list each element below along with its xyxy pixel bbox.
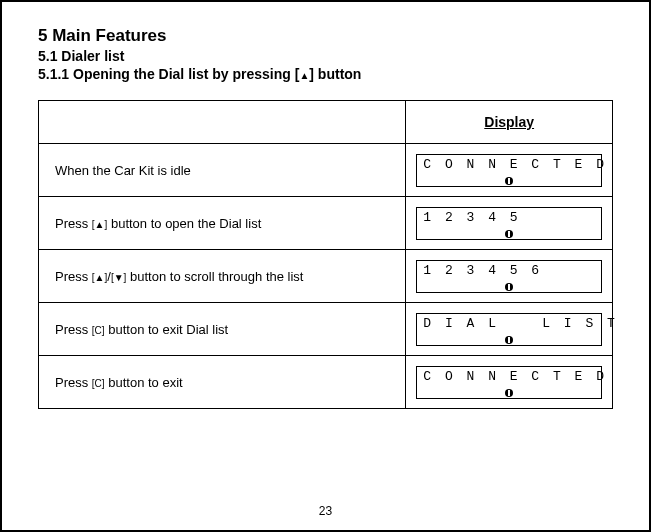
row-description: Press [C] button to exit Dial list: [39, 322, 405, 337]
text: button to exit: [105, 375, 183, 390]
row-display-cell: 1 2 3 4 5 6: [406, 250, 613, 303]
text: Press: [55, 269, 92, 284]
text: Press: [55, 375, 92, 390]
lcd-screen: 1 2 3 4 5 6: [416, 260, 602, 293]
lcd-text: C O N N E C T E D: [423, 370, 595, 384]
lcd-screen: C O N N E C T E D: [416, 366, 602, 399]
key-icon: [▼]: [111, 272, 126, 283]
key-icon: [▲]: [92, 272, 107, 283]
row-display-cell: 1 2 3 4 5: [406, 197, 613, 250]
lcd-text: 1 2 3 4 5 6: [423, 264, 595, 278]
text: button to scroll through the list: [126, 269, 303, 284]
up-key-icon: ▲: [299, 70, 309, 81]
table-header-row: Display: [39, 101, 613, 144]
row-description: Press [C] button to exit: [39, 375, 405, 390]
lcd-status-line: [423, 278, 595, 290]
row-description-cell: Press [C] button to exit: [39, 356, 406, 409]
key-icon: [▲]: [92, 219, 107, 230]
heading-3-post: ] button: [309, 66, 361, 82]
table-row: Press [C] button to exitC O N N E C T E …: [39, 356, 613, 409]
heading-1: 5 Main Features: [38, 26, 613, 46]
lcd-screen: 1 2 3 4 5: [416, 207, 602, 240]
heading-3: 5.1.1 Opening the Dial list by pressing …: [38, 66, 613, 82]
row-display-cell: C O N N E C T E D: [406, 144, 613, 197]
lcd-text: 1 2 3 4 5: [423, 211, 595, 225]
row-description-cell: Press [▲]/[▼] button to scroll through t…: [39, 250, 406, 303]
bluetooth-icon: [505, 177, 513, 185]
lcd-text: D I A L L I S T: [423, 317, 595, 331]
key-icon: [C]: [92, 325, 105, 336]
lcd-text: C O N N E C T E D: [423, 158, 595, 172]
dial-list-table: Display When the Car Kit is idleC O N N …: [38, 100, 613, 409]
header-empty: [39, 101, 406, 144]
row-description-cell: Press [C] button to exit Dial list: [39, 303, 406, 356]
table-row: When the Car Kit is idleC O N N E C T E …: [39, 144, 613, 197]
page: 5 Main Features 5.1 Dialer list 5.1.1 Op…: [0, 0, 651, 532]
lcd-status-line: [423, 384, 595, 396]
key-icon: [C]: [92, 378, 105, 389]
text: Press: [55, 216, 92, 231]
row-description: When the Car Kit is idle: [39, 163, 405, 178]
page-number: 23: [2, 504, 649, 518]
bluetooth-icon: [505, 389, 513, 397]
text: When the Car Kit is idle: [55, 163, 191, 178]
table-row: Press [▲] button to open the Dial list1 …: [39, 197, 613, 250]
table-row: Press [▲]/[▼] button to scroll through t…: [39, 250, 613, 303]
bluetooth-icon: [505, 336, 513, 344]
text: button to exit Dial list: [105, 322, 229, 337]
row-display-cell: D I A L L I S T: [406, 303, 613, 356]
heading-3-pre: 5.1.1 Opening the Dial list by pressing …: [38, 66, 299, 82]
header-display: Display: [406, 101, 613, 144]
lcd-status-line: [423, 172, 595, 184]
lcd-screen: D I A L L I S T: [416, 313, 602, 346]
row-description: Press [▲] button to open the Dial list: [39, 216, 405, 231]
text: button to open the Dial list: [107, 216, 261, 231]
text: Press: [55, 322, 92, 337]
lcd-status-line: [423, 331, 595, 343]
lcd-status-line: [423, 225, 595, 237]
heading-2: 5.1 Dialer list: [38, 48, 613, 64]
row-description: Press [▲]/[▼] button to scroll through t…: [39, 269, 405, 284]
table-row: Press [C] button to exit Dial listD I A …: [39, 303, 613, 356]
row-description-cell: When the Car Kit is idle: [39, 144, 406, 197]
header-display-label: Display: [484, 114, 534, 130]
row-display-cell: C O N N E C T E D: [406, 356, 613, 409]
bluetooth-icon: [505, 230, 513, 238]
row-description-cell: Press [▲] button to open the Dial list: [39, 197, 406, 250]
lcd-screen: C O N N E C T E D: [416, 154, 602, 187]
bluetooth-icon: [505, 283, 513, 291]
